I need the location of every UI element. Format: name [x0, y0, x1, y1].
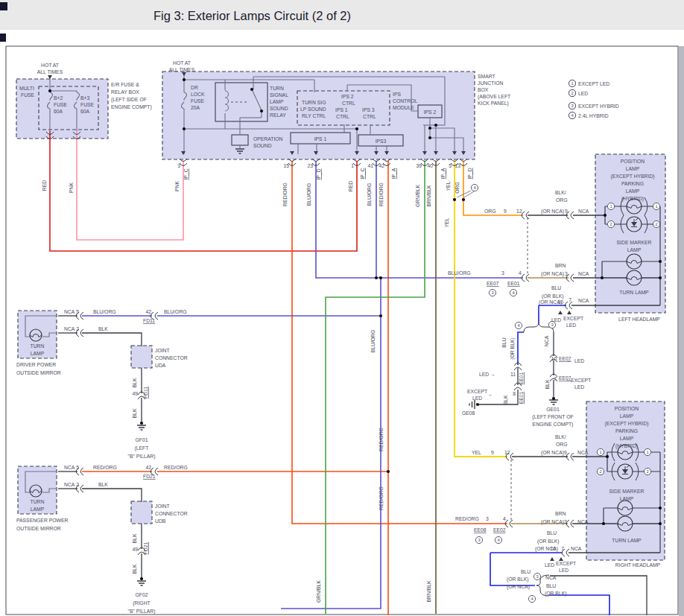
diagram-label: IP_A	[440, 168, 446, 179]
diagram-label: (OR NCA)	[541, 450, 564, 456]
ground-icon	[137, 581, 146, 585]
diagram-label: OPERATION	[253, 136, 283, 142]
diagram-label: TURN LAMP	[612, 538, 642, 543]
diagram-label: EE02	[493, 527, 506, 533]
diagram-label: 42	[145, 465, 151, 470]
diagram-label: BLU/ORG	[370, 330, 376, 353]
diagram-label: PNK	[69, 182, 74, 193]
diagram-label: LOCK	[191, 92, 205, 97]
legend-label: EXCEPT LED	[578, 81, 609, 86]
diagram-label: LAMP	[620, 413, 634, 419]
junction-dot	[476, 403, 479, 406]
diagram-label: 10	[557, 299, 563, 305]
diagram-label: YEL	[446, 181, 451, 191]
diagram-label: CONTROL	[393, 98, 417, 104]
legend-number: 1	[571, 81, 573, 86]
diagram-label: →	[490, 372, 495, 377]
junction-dot	[140, 577, 143, 580]
junction-dot	[250, 88, 253, 91]
circled-number-text: 2	[646, 469, 648, 474]
diagram-label: 7	[561, 546, 564, 551]
diagram-label: BLU/ORG	[93, 309, 116, 314]
diagram-label: IPS3	[376, 139, 387, 144]
bulb-icon	[627, 254, 642, 269]
diagram-label: 42	[145, 309, 151, 314]
diagram-label: JOINT	[155, 348, 170, 353]
diagram-label: BLK/	[555, 190, 566, 195]
circled-number-text: 2	[599, 469, 601, 474]
diagram-label: FD21	[143, 542, 148, 554]
diagram-label: (OR NCA)	[541, 519, 564, 525]
diagram-label: GE08	[462, 410, 475, 416]
diagram-label: LAMP	[620, 496, 634, 501]
arrow-icon	[558, 311, 563, 314]
diagram-label: TURN	[270, 86, 284, 91]
diagram-label: GF02	[136, 592, 148, 597]
diagram-label: RED/ORG	[455, 516, 479, 521]
wire-blk	[82, 489, 142, 502]
diagram-label: (OR BLK)	[542, 293, 563, 299]
diagram-label: EXCEPT	[556, 561, 576, 566]
diagram-label: ENGINE COMPT)	[111, 104, 152, 110]
diagram-label: EE01	[519, 372, 524, 384]
arrow-icon	[567, 311, 571, 314]
diagram-label: LEFT HEADLAMP	[618, 317, 660, 322]
diagram-label: LED	[566, 323, 576, 328]
diagram-label: (OR BLK)	[545, 591, 566, 597]
bulb-icon	[627, 270, 642, 285]
diagram-label: (OR NCA)	[541, 209, 564, 215]
diagram-label: 15	[283, 163, 289, 168]
diagram-label: NCA	[571, 546, 582, 551]
diagram-label: CONNECTOR	[155, 511, 188, 516]
diagram-label: 9	[564, 450, 567, 455]
diagram-label: BLK	[98, 482, 108, 487]
diagram-label: 4	[519, 270, 522, 276]
diagram-label: IPS 1	[314, 136, 327, 142]
circled-number-text: 1	[599, 450, 601, 454]
junction-dot	[453, 198, 456, 201]
junction-dot	[434, 124, 437, 127]
diagram-label: IP_C	[360, 168, 366, 179]
diagram-label: ENGINE COMPT)	[533, 422, 574, 428]
junction-dot	[379, 276, 382, 279]
scrollbar[interactable]	[679, 46, 684, 616]
diagram-label: JUNCTION	[478, 80, 503, 86]
window-accent-square	[0, 2, 7, 10]
diagram-label: RIGHT HEADLAMP	[615, 562, 661, 568]
junction-dot	[659, 276, 662, 279]
diagram-label: 9	[565, 209, 568, 214]
diagram-label: 5	[76, 309, 79, 314]
diagram-label: (LEFT FRONT OF	[532, 414, 573, 420]
wire-grnblk	[326, 161, 425, 614]
diagram-label: KICK PANEL)	[478, 101, 509, 107]
circled-number-text: 1	[655, 204, 657, 209]
diagram-label: 10	[550, 546, 556, 551]
diagram-label: BLU/ORG	[367, 183, 372, 206]
diagram-label: (OR BLK)	[507, 577, 528, 582]
diagram-label: (OR NCA)	[541, 271, 564, 277]
ground-icon	[549, 400, 558, 404]
diagram-label: IPS 2	[341, 94, 354, 99]
diagram-label: BLU/ORG	[306, 183, 311, 206]
diagram-label: PASSENGER POWER	[16, 518, 68, 523]
diagram-label: 8	[513, 391, 516, 396]
diagram-label: →	[487, 392, 493, 397]
diagram-label: (EXCEPT HYBRID)	[604, 421, 648, 427]
diagram-label: 7	[569, 297, 571, 302]
diagram-label: HOT AT	[173, 60, 191, 66]
diagram-label: RED	[348, 181, 353, 191]
junction-dot	[462, 198, 465, 201]
diagram-label: ORG	[556, 197, 567, 203]
diagram-label: SOUND	[270, 106, 288, 111]
diagram-label: LED	[574, 358, 584, 363]
bulb-icon	[627, 199, 642, 214]
diagram-label: IP_A	[391, 168, 397, 179]
diagram-label: 42	[379, 163, 384, 168]
diagram-label: 3	[564, 519, 567, 524]
junction-dot	[183, 127, 186, 130]
diagram-label: E/R FUSE &	[111, 82, 139, 87]
diagram-label: OUTSIDE MIRROR	[16, 370, 61, 375]
diagram-label: OUTSIDE MIRROR	[16, 526, 61, 531]
diagram-label: (EXCEPT HYBRID)	[610, 174, 654, 180]
ground-icon	[469, 400, 475, 409]
